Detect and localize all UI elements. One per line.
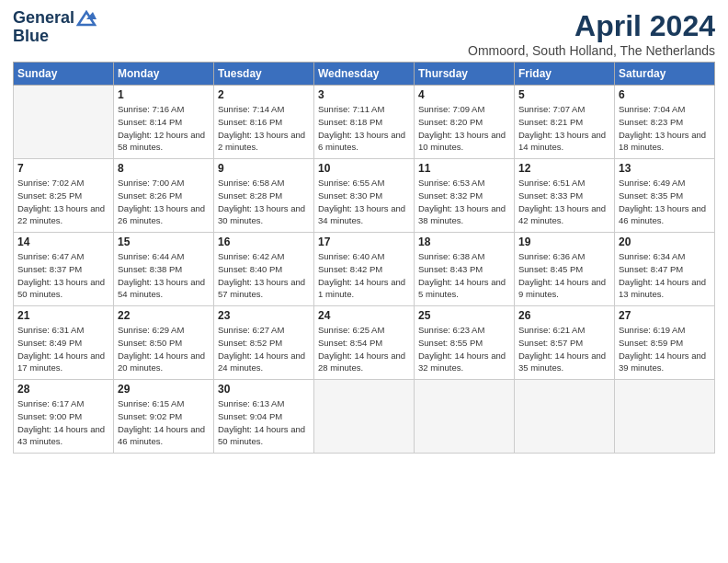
day-number: 8 [118, 162, 210, 175]
day-number: 15 [118, 236, 210, 248]
cell-0-0 [14, 86, 114, 159]
day-number: 1 [118, 88, 210, 101]
logo-icon [76, 10, 97, 27]
day-number: 19 [518, 236, 610, 248]
sun-info: Sunrise: 6:29 AMSunset: 8:50 PMDaylight:… [118, 324, 210, 374]
calendar-body: 1Sunrise: 7:16 AMSunset: 8:14 PMDaylight… [14, 86, 715, 454]
day-number: 6 [619, 88, 711, 101]
cell-2-1: 15Sunrise: 6:44 AMSunset: 8:38 PMDayligh… [114, 233, 214, 306]
cell-1-5: 12Sunrise: 6:51 AMSunset: 8:33 PMDayligh… [515, 159, 615, 233]
sun-info: Sunrise: 6:34 AMSunset: 8:47 PMDaylight:… [619, 250, 711, 301]
location: Ommoord, South Holland, The Netherlands [468, 43, 715, 58]
cell-3-2: 23Sunrise: 6:27 AMSunset: 8:52 PMDayligh… [214, 306, 314, 380]
day-number: 29 [118, 383, 210, 396]
cell-4-6 [615, 380, 715, 454]
sun-info: Sunrise: 6:51 AMSunset: 8:33 PMDaylight:… [518, 177, 610, 227]
day-number: 20 [619, 236, 711, 248]
cell-2-0: 14Sunrise: 6:47 AMSunset: 8:37 PMDayligh… [14, 233, 114, 306]
sun-info: Sunrise: 7:00 AMSunset: 8:26 PMDaylight:… [118, 177, 210, 227]
sun-info: Sunrise: 6:17 AMSunset: 9:00 PMDaylight:… [17, 397, 109, 448]
day-number: 5 [518, 88, 610, 101]
col-sunday: Sunday [14, 63, 114, 86]
day-number: 22 [118, 309, 210, 322]
cell-2-4: 18Sunrise: 6:38 AMSunset: 8:43 PMDayligh… [415, 233, 515, 306]
cell-3-6: 27Sunrise: 6:19 AMSunset: 8:59 PMDayligh… [615, 306, 715, 380]
day-number: 13 [619, 162, 711, 175]
cell-2-5: 19Sunrise: 6:36 AMSunset: 8:45 PMDayligh… [515, 233, 615, 306]
week-row-2: 14Sunrise: 6:47 AMSunset: 8:37 PMDayligh… [14, 233, 715, 306]
day-number: 12 [518, 162, 610, 175]
cell-0-5: 5Sunrise: 7:07 AMSunset: 8:21 PMDaylight… [515, 86, 615, 159]
week-row-3: 21Sunrise: 6:31 AMSunset: 8:49 PMDayligh… [14, 306, 715, 380]
sun-info: Sunrise: 6:13 AMSunset: 9:04 PMDaylight:… [218, 397, 310, 448]
week-row-0: 1Sunrise: 7:16 AMSunset: 8:14 PMDaylight… [14, 86, 715, 159]
sun-info: Sunrise: 6:38 AMSunset: 8:43 PMDaylight:… [418, 250, 510, 301]
sun-info: Sunrise: 6:47 AMSunset: 8:37 PMDaylight:… [17, 250, 109, 301]
sun-info: Sunrise: 6:44 AMSunset: 8:38 PMDaylight:… [118, 250, 210, 301]
cell-3-1: 22Sunrise: 6:29 AMSunset: 8:50 PMDayligh… [114, 306, 214, 380]
sun-info: Sunrise: 6:53 AMSunset: 8:32 PMDaylight:… [418, 177, 510, 227]
sun-info: Sunrise: 7:16 AMSunset: 8:14 PMDaylight:… [118, 103, 210, 154]
sun-info: Sunrise: 6:58 AMSunset: 8:28 PMDaylight:… [218, 177, 310, 227]
cell-0-4: 4Sunrise: 7:09 AMSunset: 8:20 PMDaylight… [415, 86, 515, 159]
day-number: 26 [518, 309, 610, 322]
sun-info: Sunrise: 6:19 AMSunset: 8:59 PMDaylight:… [619, 324, 711, 374]
week-row-4: 28Sunrise: 6:17 AMSunset: 9:00 PMDayligh… [14, 380, 715, 454]
sun-info: Sunrise: 6:40 AMSunset: 8:42 PMDaylight:… [318, 250, 410, 301]
cell-4-1: 29Sunrise: 6:15 AMSunset: 9:02 PMDayligh… [114, 380, 214, 454]
day-number: 25 [418, 309, 510, 322]
sun-info: Sunrise: 7:04 AMSunset: 8:23 PMDaylight:… [619, 103, 711, 154]
cell-3-5: 26Sunrise: 6:21 AMSunset: 8:57 PMDayligh… [515, 306, 615, 380]
month-title: April 2024 [468, 9, 715, 43]
cell-1-2: 9Sunrise: 6:58 AMSunset: 8:28 PMDaylight… [214, 159, 314, 233]
sun-info: Sunrise: 6:23 AMSunset: 8:55 PMDaylight:… [418, 324, 510, 374]
logo-text: General Blue [13, 9, 97, 46]
cell-3-4: 25Sunrise: 6:23 AMSunset: 8:55 PMDayligh… [415, 306, 515, 380]
col-saturday: Saturday [615, 63, 715, 86]
day-number: 27 [619, 309, 711, 322]
calendar-table: Sunday Monday Tuesday Wednesday Thursday… [13, 62, 715, 454]
cell-0-2: 2Sunrise: 7:14 AMSunset: 8:16 PMDaylight… [214, 86, 314, 159]
sun-info: Sunrise: 6:55 AMSunset: 8:30 PMDaylight:… [318, 177, 410, 227]
sun-info: Sunrise: 6:25 AMSunset: 8:54 PMDaylight:… [318, 324, 410, 374]
day-number: 9 [218, 162, 310, 175]
sun-info: Sunrise: 6:49 AMSunset: 8:35 PMDaylight:… [619, 177, 711, 227]
col-monday: Monday [114, 63, 214, 86]
cell-0-6: 6Sunrise: 7:04 AMSunset: 8:23 PMDaylight… [615, 86, 715, 159]
day-number: 7 [17, 162, 109, 175]
sun-info: Sunrise: 6:31 AMSunset: 8:49 PMDaylight:… [17, 324, 109, 374]
header-row: Sunday Monday Tuesday Wednesday Thursday… [14, 63, 715, 86]
cell-1-4: 11Sunrise: 6:53 AMSunset: 8:32 PMDayligh… [415, 159, 515, 233]
logo: General Blue [13, 9, 97, 46]
sun-info: Sunrise: 6:21 AMSunset: 8:57 PMDaylight:… [518, 324, 610, 374]
cell-1-6: 13Sunrise: 6:49 AMSunset: 8:35 PMDayligh… [615, 159, 715, 233]
day-number: 23 [218, 309, 310, 322]
cell-2-3: 17Sunrise: 6:40 AMSunset: 8:42 PMDayligh… [314, 233, 415, 306]
cell-1-0: 7Sunrise: 7:02 AMSunset: 8:25 PMDaylight… [14, 159, 114, 233]
col-thursday: Thursday [415, 63, 515, 86]
day-number: 16 [218, 236, 310, 248]
day-number: 2 [218, 88, 310, 101]
day-number: 10 [318, 162, 410, 175]
cell-4-3 [314, 380, 415, 454]
col-wednesday: Wednesday [314, 63, 415, 86]
sun-info: Sunrise: 7:07 AMSunset: 8:21 PMDaylight:… [518, 103, 610, 154]
week-row-1: 7Sunrise: 7:02 AMSunset: 8:25 PMDaylight… [14, 159, 715, 233]
day-number: 21 [17, 309, 109, 322]
day-number: 4 [418, 88, 510, 101]
sun-info: Sunrise: 7:11 AMSunset: 8:18 PMDaylight:… [318, 103, 410, 154]
day-number: 30 [218, 383, 310, 396]
day-number: 11 [418, 162, 510, 175]
cell-4-0: 28Sunrise: 6:17 AMSunset: 9:00 PMDayligh… [14, 380, 114, 454]
day-number: 18 [418, 236, 510, 248]
sun-info: Sunrise: 7:14 AMSunset: 8:16 PMDaylight:… [218, 103, 310, 154]
day-number: 14 [17, 236, 109, 248]
sun-info: Sunrise: 7:02 AMSunset: 8:25 PMDaylight:… [17, 177, 109, 227]
header: General Blue April 2024 Ommoord, South H… [13, 9, 715, 58]
cell-0-3: 3Sunrise: 7:11 AMSunset: 8:18 PMDaylight… [314, 86, 415, 159]
cell-3-0: 21Sunrise: 6:31 AMSunset: 8:49 PMDayligh… [14, 306, 114, 380]
day-number: 17 [318, 236, 410, 248]
sun-info: Sunrise: 6:36 AMSunset: 8:45 PMDaylight:… [518, 250, 610, 301]
sun-info: Sunrise: 7:09 AMSunset: 8:20 PMDaylight:… [418, 103, 510, 154]
cell-2-6: 20Sunrise: 6:34 AMSunset: 8:47 PMDayligh… [615, 233, 715, 306]
